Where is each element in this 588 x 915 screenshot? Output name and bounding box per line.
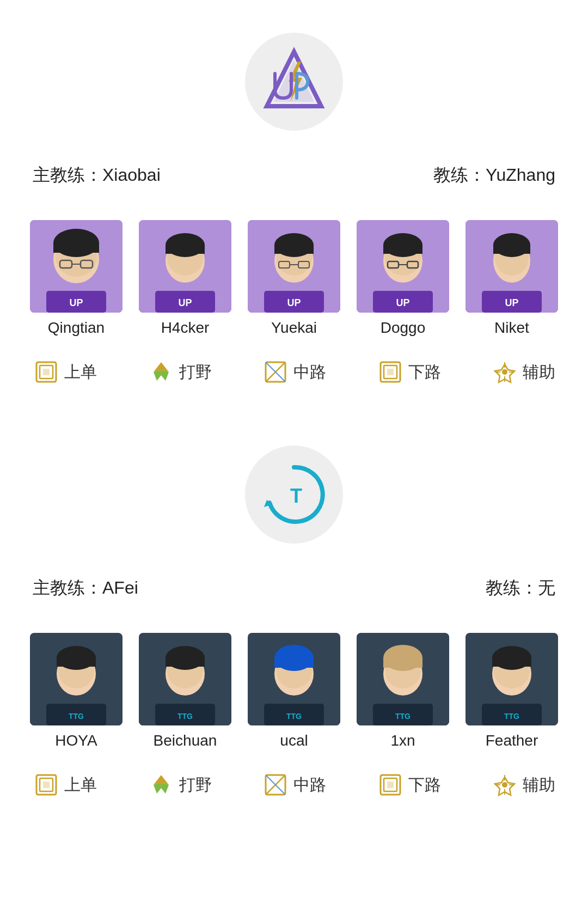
svg-rect-7 bbox=[53, 243, 99, 253]
team2-logo: T bbox=[245, 446, 343, 544]
team1-coach: 教练：YuZhang bbox=[433, 163, 555, 187]
svg-text:UP: UP bbox=[396, 297, 409, 308]
team2-top-lane-icon bbox=[33, 771, 60, 798]
svg-rect-106 bbox=[387, 782, 394, 788]
team2-player-1xn-photo: TTG bbox=[357, 633, 449, 725]
svg-rect-74 bbox=[166, 658, 205, 667]
svg-rect-81 bbox=[274, 658, 314, 668]
svg-text:UP: UP bbox=[505, 297, 518, 308]
team1-role-jungle-label: 打野 bbox=[179, 361, 212, 383]
team1-player-h4cker-photo: UP bbox=[139, 220, 231, 313]
team2-player-feather-photo: TTG bbox=[465, 633, 558, 725]
svg-text:TTG: TTG bbox=[177, 712, 193, 721]
team2-role-bot: 下路 bbox=[377, 771, 441, 798]
svg-rect-100 bbox=[43, 782, 50, 788]
svg-text:UP: UP bbox=[287, 297, 301, 308]
svg-rect-34 bbox=[383, 245, 422, 254]
svg-rect-88 bbox=[383, 658, 422, 668]
team2-role-mid: 中路 bbox=[262, 771, 326, 798]
team2-bot-lane-icon bbox=[377, 771, 404, 798]
team2-coach-name: 无 bbox=[538, 578, 555, 597]
team1-role-top: 上单 bbox=[33, 358, 97, 386]
team2-player-hoya: TTG HOYA bbox=[27, 633, 125, 749]
team2-role-support-label: 辅助 bbox=[523, 774, 555, 796]
svg-point-56 bbox=[502, 369, 507, 375]
team2-support-icon bbox=[491, 771, 518, 798]
team1-role-bot: 下路 bbox=[377, 358, 441, 386]
team1-logo-svg bbox=[259, 46, 329, 117]
team1-head-coach-label: 主教练： bbox=[33, 165, 102, 185]
svg-rect-17 bbox=[166, 245, 205, 254]
team1-player-qingtian-photo: UP bbox=[30, 220, 122, 313]
team1-player-doggo-name: Doggo bbox=[381, 319, 426, 337]
support-icon bbox=[491, 358, 518, 386]
team2-player-beichuan-photo: TTG bbox=[139, 633, 231, 725]
team1-player-h4cker: UP H4cker bbox=[136, 220, 234, 337]
jungle-icon bbox=[148, 358, 175, 386]
team1-player-niket-photo: UP bbox=[465, 220, 558, 313]
team2-player-ucal-name: ucal bbox=[280, 732, 308, 749]
team1-role-mid-label: 中路 bbox=[293, 361, 326, 383]
team2-player-hoya-name: HOYA bbox=[55, 732, 97, 749]
team1-logo bbox=[245, 33, 343, 131]
team2-head-coach: 主教练：AFei bbox=[33, 576, 138, 600]
svg-text:UP: UP bbox=[178, 297, 192, 308]
team2-player-beichuan: TTG Beichuan bbox=[136, 633, 234, 749]
team1-player-yuekai-photo: UP bbox=[248, 220, 340, 313]
team1-player-niket: UP Niket bbox=[463, 220, 561, 337]
team2-role-mid-label: 中路 bbox=[293, 774, 326, 796]
svg-rect-55 bbox=[387, 369, 394, 375]
team2-player-feather-name: Feather bbox=[486, 732, 538, 749]
top-lane-icon bbox=[33, 358, 60, 386]
svg-text:UP: UP bbox=[69, 297, 83, 308]
team2-player-1xn: TTG 1xn bbox=[354, 633, 452, 749]
team2-role-top: 上单 bbox=[33, 771, 97, 798]
svg-rect-67 bbox=[57, 658, 96, 667]
bot-lane-icon bbox=[377, 358, 404, 386]
team2-player-hoya-photo: TTG bbox=[30, 633, 122, 725]
team1-role-mid: 中路 bbox=[262, 358, 326, 386]
team2-coach-label: 教练： bbox=[486, 578, 538, 597]
team1-coach-label: 教练： bbox=[433, 165, 486, 185]
team1-role-jungle: 打野 bbox=[148, 358, 212, 386]
svg-text:T: T bbox=[290, 485, 302, 507]
svg-rect-49 bbox=[43, 369, 50, 375]
team2-coaches-row: 主教练：AFei 教练：无 bbox=[22, 565, 566, 622]
team2-roles-row: 上单 打野 中路 bbox=[22, 755, 566, 826]
team1-player-qingtian: UP Qingtian bbox=[27, 220, 125, 337]
team2-players-row: TTG HOYA TTG Beichuan bbox=[22, 622, 566, 755]
team2-coach: 教练：无 bbox=[486, 576, 555, 600]
team1-coaches-row: 主教练：Xiaobai 教练：YuZhang bbox=[22, 152, 566, 209]
svg-rect-44 bbox=[493, 245, 530, 254]
team2-player-beichuan-name: Beichuan bbox=[154, 732, 217, 749]
team1-role-top-label: 上单 bbox=[64, 361, 97, 383]
team2-jungle-icon bbox=[148, 771, 175, 798]
team2-role-top-label: 上单 bbox=[64, 774, 97, 796]
team2-role-bot-label: 下路 bbox=[408, 774, 441, 796]
team2-head-coach-name: AFei bbox=[102, 578, 138, 597]
team1-player-h4cker-name: H4cker bbox=[161, 319, 210, 337]
team2-mid-lane-icon bbox=[262, 771, 289, 798]
team2-role-support: 辅助 bbox=[491, 771, 555, 798]
team2-player-feather: TTG Feather bbox=[463, 633, 561, 749]
team1-section: 主教练：Xiaobai 教练：YuZhang bbox=[0, 0, 588, 413]
team2-role-jungle-label: 打野 bbox=[179, 774, 212, 796]
team1-player-qingtian-name: Qingtian bbox=[48, 319, 105, 337]
team1-roles-row: 上单 打野 中路 bbox=[22, 342, 566, 413]
team2-logo-svg: T bbox=[259, 459, 329, 530]
team1-role-bot-label: 下路 bbox=[408, 361, 441, 383]
team1-head-coach: 主教练：Xiaobai bbox=[33, 163, 161, 187]
svg-text:TTG: TTG bbox=[395, 712, 411, 721]
team2-logo-wrapper: T bbox=[22, 413, 566, 565]
svg-point-107 bbox=[502, 782, 507, 788]
team1-role-support: 辅助 bbox=[491, 358, 555, 386]
team1-player-doggo-photo: UP bbox=[357, 220, 449, 313]
team1-player-yuekai: UP Yuekai bbox=[245, 220, 343, 337]
svg-rect-24 bbox=[274, 245, 314, 254]
team2-role-jungle: 打野 bbox=[148, 771, 212, 798]
team1-coach-name: YuZhang bbox=[486, 165, 555, 185]
team1-head-coach-name: Xiaobai bbox=[102, 165, 161, 185]
team1-player-yuekai-name: Yuekai bbox=[271, 319, 317, 337]
team2-head-coach-label: 主教练： bbox=[33, 578, 102, 597]
team2-player-1xn-name: 1xn bbox=[390, 732, 415, 749]
